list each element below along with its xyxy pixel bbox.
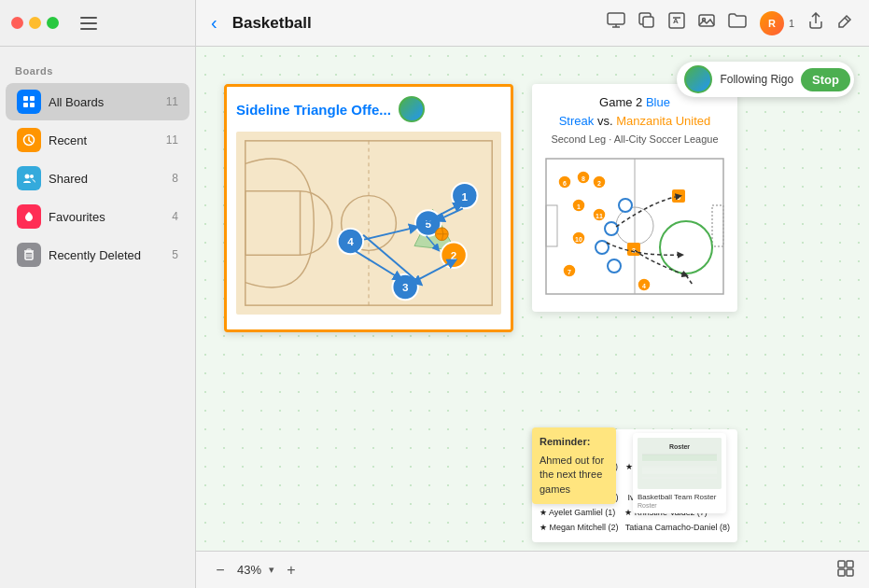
sidebar-section-header: Boards [0, 54, 195, 82]
svg-text:11: 11 [596, 213, 603, 219]
svg-text:3: 3 [402, 281, 409, 293]
roster-thumb-image: Roster [638, 438, 722, 489]
app-window: Boards All Boards 11 [0, 0, 869, 588]
text-icon[interactable]: A [668, 12, 685, 34]
svg-rect-90 [642, 455, 717, 461]
sidebar-item-recently-deleted[interactable]: Recently Deleted 5 [6, 236, 189, 273]
svg-line-25 [845, 18, 848, 21]
reminder-title: Reminder: [540, 435, 609, 449]
zoom-dropdown-chevron[interactable]: ▾ [269, 564, 274, 576]
svg-point-8 [25, 175, 30, 179]
sidebar: Boards All Boards 11 [0, 0, 196, 588]
svg-rect-3 [23, 96, 28, 101]
soccer-card[interactable]: Game 2 Blue Streak vs. Manzanita United … [532, 84, 737, 312]
sidebar-item-all-boards[interactable]: All Boards 11 [6, 83, 189, 120]
toolbar-icons: A [607, 11, 854, 35]
svg-rect-2 [80, 28, 97, 30]
svg-rect-1 [80, 22, 97, 24]
stop-following-button[interactable]: Stop [801, 68, 850, 91]
user-avatar[interactable]: R [760, 11, 784, 35]
user-count-badge: 1 [789, 18, 794, 29]
svg-text:1: 1 [577, 203, 581, 210]
edit-icon[interactable] [837, 12, 854, 34]
minimize-button[interactable] [29, 17, 41, 29]
svg-rect-4 [30, 96, 35, 101]
main-content: ‹ Basketball [196, 0, 869, 588]
svg-text:1: 1 [462, 190, 469, 203]
page-title: Basketball [232, 14, 596, 33]
zoom-out-button[interactable]: − [211, 561, 230, 580]
basketball-card-title: Sideline Triangle Offe... [236, 96, 501, 122]
sidebar-item-count: 11 [166, 95, 178, 108]
basketball-card[interactable]: Sideline Triangle Offe... [224, 84, 513, 332]
basketball-court-diagram: 1 2 3 4 5 [236, 130, 501, 316]
back-button[interactable]: ‹ [211, 12, 217, 34]
zoom-level-display: 43% [237, 563, 261, 577]
svg-point-76 [608, 259, 621, 273]
following-avatar [684, 65, 712, 93]
svg-rect-19 [643, 17, 653, 27]
grid-view-icon[interactable] [837, 560, 854, 581]
sidebar-item-favourites[interactable]: Favourites 4 [6, 198, 189, 235]
user-avatar-group: R 1 [760, 11, 794, 35]
svg-rect-23 [699, 15, 714, 26]
following-banner: Following Rigo Stop [677, 62, 854, 97]
roster-thumb-subtitle: Roster [638, 502, 722, 509]
svg-text:2: 2 [597, 180, 601, 187]
sidebar-item-count: 11 [166, 133, 178, 147]
sidebar-item-count: 4 [172, 210, 178, 223]
svg-rect-94 [838, 569, 845, 576]
zoom-controls: − 43% ▾ + [211, 561, 301, 580]
svg-rect-0 [80, 17, 97, 19]
sidebar-top-bar [0, 0, 195, 47]
roster-thumbnail[interactable]: Roster Basketball Team Roster Roster [633, 433, 726, 513]
svg-text:5: 5 [677, 193, 681, 202]
sidebar-item-label: Recent [49, 133, 166, 147]
game-title: Game 2 Blue Streak vs. Manzanita United … [541, 93, 728, 148]
share-icon[interactable] [807, 12, 824, 34]
sidebar-nav: Boards All Boards 11 [0, 47, 195, 282]
svg-point-9 [30, 175, 34, 178]
main-toolbar: ‹ Basketball [196, 0, 869, 47]
sidebar-item-count: 5 [172, 248, 178, 261]
svg-rect-5 [23, 103, 28, 107]
svg-point-75 [619, 199, 632, 212]
zoom-in-button[interactable]: + [282, 561, 301, 580]
reminder-text: Ahmed out for the next three games [540, 454, 609, 497]
copy-icon[interactable] [638, 12, 655, 34]
svg-rect-92 [838, 561, 845, 567]
svg-rect-95 [847, 569, 853, 576]
sidebar-toggle-button[interactable] [77, 12, 100, 35]
recent-icon [17, 128, 41, 152]
reminder-sticky[interactable]: Reminder: Ahmed out for the next three g… [532, 427, 616, 504]
svg-text:4: 4 [642, 283, 646, 289]
svg-text:Roster: Roster [669, 443, 690, 450]
bottom-toolbar: − 43% ▾ + [196, 551, 869, 588]
svg-text:8: 8 [582, 175, 585, 182]
canvas[interactable]: Following Rigo Stop Sideline Triangle Of… [196, 47, 869, 551]
player-avatar [399, 96, 425, 122]
svg-text:10: 10 [575, 236, 582, 243]
close-button[interactable] [11, 17, 23, 29]
svg-rect-6 [30, 103, 35, 107]
svg-text:6: 6 [563, 180, 567, 187]
folder-icon[interactable] [728, 12, 747, 34]
sidebar-item-label: All Boards [49, 95, 166, 109]
shared-icon [17, 166, 41, 190]
roster-thumb-title: Basketball Team Roster [638, 493, 722, 502]
monitor-icon[interactable] [607, 12, 625, 34]
sidebar-item-label: Recently Deleted [49, 248, 172, 262]
following-text: Following Rigo [720, 73, 793, 86]
svg-rect-15 [27, 249, 31, 251]
svg-text:4: 4 [347, 235, 354, 247]
sidebar-item-label: Favourites [49, 210, 172, 224]
maximize-button[interactable] [47, 17, 59, 29]
sidebar-item-shared[interactable]: Shared 8 [6, 160, 189, 197]
sidebar-item-label: Shared [49, 172, 172, 186]
favourites-icon [17, 204, 41, 229]
sidebar-item-recent[interactable]: Recent 11 [6, 121, 189, 159]
soccer-field-diagram: 6 8 2 1 11 10 7 4 [541, 154, 728, 299]
svg-text:7: 7 [568, 269, 571, 275]
photo-icon[interactable] [698, 12, 715, 34]
svg-point-77 [596, 241, 609, 254]
